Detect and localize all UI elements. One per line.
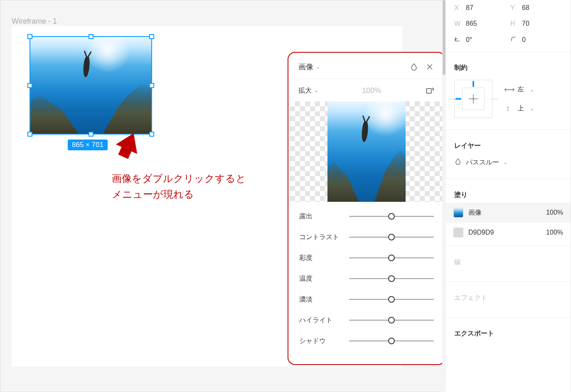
slider-track[interactable] [349,216,434,217]
image-adjust-sliders: 露出 コントラスト 彩度 温度 濃淡 ハイライト [290,202,443,355]
slider-thumb[interactable] [388,275,395,282]
slider-track[interactable] [349,278,434,279]
prop-rotation[interactable]: 0° [454,36,506,44]
slider-label: シャドウ [299,337,349,345]
slider-thumb[interactable] [388,317,395,323]
image-preview[interactable] [290,101,443,202]
constraint-horizontal-value: 左 [517,85,524,94]
fill-color-opacity[interactable]: 100% [546,229,563,236]
prop-y-value: 68 [522,4,529,12]
prop-w-value: 865 [466,20,477,27]
fill-image-label: 画像 [468,208,541,217]
zoom-value[interactable]: 100% [318,86,425,95]
prop-rot-radius-row: 0° 0 [446,32,571,48]
prop-x-value: 87 [466,4,473,12]
chevron-down-icon: ⌄ [503,159,507,165]
fill-mode-label: 拡大 [298,86,312,95]
resize-handle-ml[interactable] [27,83,32,88]
prop-y-label: Y [510,4,518,12]
resize-handle-mr[interactable] [149,83,154,88]
fill-mode-dropdown[interactable]: 拡大 ⌄ [298,86,318,95]
slider-label: コントラスト [299,233,349,242]
fill-swatch-image[interactable] [453,208,463,218]
prop-w[interactable]: W 865 [454,20,506,27]
slider-track[interactable] [349,341,434,341]
effects-title[interactable]: エフェクト [446,285,571,306]
slider-contrast: コントラスト [299,227,434,247]
slider-label: 彩度 [299,254,349,262]
svg-rect-0 [427,88,431,93]
slider-track[interactable] [349,299,434,300]
resize-handle-bm[interactable] [89,132,94,137]
resize-handle-br[interactable] [149,132,154,137]
slider-track[interactable] [349,237,434,238]
prop-x[interactable]: X 87 [454,4,506,12]
slider-track[interactable] [349,320,434,321]
prop-w-label: W [454,20,462,27]
prop-h-label: H [510,20,518,27]
fill-image-row[interactable]: 画像 100% [446,203,571,223]
prop-xy-row: X 87 Y 68 [446,0,571,16]
constraint-vertical-dropdown[interactable]: ↕ 上 ⌄ [504,104,534,113]
fill-title: 塗り [446,182,571,203]
annotation-line2: メニューが現れる [112,186,246,202]
slider-thumb[interactable] [388,255,395,261]
slider-shadows: シャドウ [299,331,434,351]
prop-rotation-value: 0° [466,36,472,44]
slider-temperature: 温度 [299,268,434,289]
fill-image-opacity[interactable]: 100% [546,209,563,216]
properties-panel: X 87 Y 68 W 865 H 70 0° 0 [445,0,571,392]
chevron-down-icon: ⌄ [314,88,318,93]
prop-corner-radius[interactable]: 0 [510,36,562,44]
export-title[interactable]: エクスポート [446,321,571,341]
slider-thumb[interactable] [388,338,395,344]
rotate-image-icon[interactable] [425,86,435,96]
slider-saturation: 彩度 [299,247,434,268]
annotation-line1: 画像をダブルクリックすると [112,171,246,186]
slider-label: 温度 [299,274,349,283]
horizontal-icon: ⟷ [504,85,512,94]
constraints-widget[interactable]: — — [454,80,492,118]
slider-thumb[interactable] [388,234,395,240]
resize-handle-bl[interactable] [27,132,32,137]
chevron-down-icon: ⌄ [530,105,534,111]
selected-image[interactable] [30,36,152,135]
blend-mode-value: パススルー [466,158,499,167]
droplet-icon [454,158,462,167]
resize-handle-tl[interactable] [27,34,32,39]
fill-color-hex[interactable]: D9D9D9 [468,229,541,236]
slider-highlights: ハイライト [299,310,434,331]
stroke-title[interactable]: 線 [446,250,571,270]
frame-label: Wireframe - 1 [12,17,57,26]
slider-thumb[interactable] [388,296,395,303]
blend-mode-icon[interactable] [409,62,419,72]
angle-icon [454,36,462,44]
image-content [30,37,151,134]
fill-swatch-color[interactable] [453,228,463,238]
image-panel-title-dropdown[interactable]: 画像 ⌄ [298,62,320,72]
image-edit-panel: 画像 ⌄ 拡大 ⌄ 100% [288,52,445,365]
fill-color-row[interactable]: D9D9D9 100% [446,223,571,243]
resize-handle-tm[interactable] [89,34,94,39]
resize-handle-tr[interactable] [149,34,154,39]
slider-thumb[interactable] [388,213,395,220]
slider-track[interactable] [349,257,434,258]
prop-h-value: 70 [522,20,529,27]
chevron-down-icon: ⌄ [316,64,320,70]
prop-x-label: X [454,4,462,12]
layer-title: レイヤー [446,133,571,154]
plus-icon [469,94,478,103]
scrollbar-thumb[interactable] [443,0,445,75]
scrollbar[interactable] [442,0,446,392]
blend-mode-dropdown[interactable]: パススルー ⌄ [446,154,571,175]
prop-y[interactable]: Y 68 [510,4,562,12]
preview-content [327,101,406,202]
prop-h[interactable]: H 70 [510,20,562,27]
slider-tint: 濃淡 [299,289,434,310]
slider-label: ハイライト [299,316,349,325]
close-icon[interactable] [425,62,435,72]
constraint-horizontal-dropdown[interactable]: ⟷ 左 ⌄ [504,85,534,94]
chevron-down-icon: ⌄ [530,87,534,93]
slider-label: 濃淡 [299,295,349,304]
slider-exposure: 露出 [299,206,434,227]
